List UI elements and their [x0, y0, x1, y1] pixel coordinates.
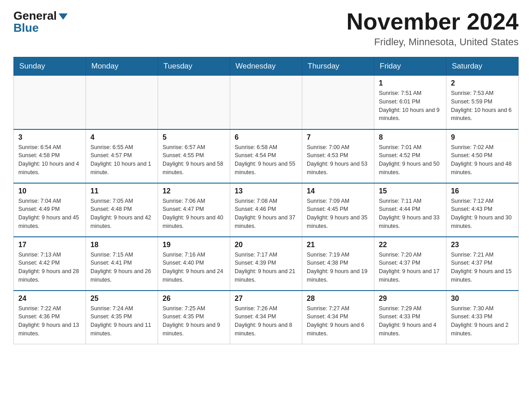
logo: General Blue: [13, 9, 68, 35]
calendar-week-row: 1Sunrise: 7:51 AM Sunset: 6:01 PM Daylig…: [14, 76, 519, 129]
calendar-week-row: 17Sunrise: 7:13 AM Sunset: 4:42 PM Dayli…: [14, 237, 519, 291]
day-number: 4: [90, 133, 153, 141]
calendar-day-cell: 18Sunrise: 7:15 AM Sunset: 4:41 PM Dayli…: [86, 237, 158, 291]
day-number: 15: [379, 187, 442, 195]
day-info: Sunrise: 7:27 AM Sunset: 4:34 PM Dayligh…: [307, 304, 369, 338]
day-of-week-header: Wednesday: [230, 57, 302, 76]
calendar-day-cell: 29Sunrise: 7:29 AM Sunset: 4:33 PM Dayli…: [374, 291, 446, 344]
day-number: 12: [163, 187, 225, 195]
day-number: 3: [18, 133, 81, 141]
calendar-day-cell: 1Sunrise: 7:51 AM Sunset: 6:01 PM Daylig…: [374, 76, 446, 129]
calendar-day-cell: [230, 76, 302, 129]
day-number: 26: [163, 295, 225, 303]
calendar-day-cell: 6Sunrise: 6:58 AM Sunset: 4:54 PM Daylig…: [230, 129, 302, 183]
calendar-day-cell: 10Sunrise: 7:04 AM Sunset: 4:49 PM Dayli…: [14, 183, 86, 237]
calendar-day-cell: 23Sunrise: 7:21 AM Sunset: 4:37 PM Dayli…: [446, 237, 519, 291]
day-number: 28: [307, 295, 369, 303]
calendar-day-cell: 11Sunrise: 7:05 AM Sunset: 4:48 PM Dayli…: [86, 183, 158, 237]
calendar-day-cell: [302, 76, 374, 129]
day-number: 23: [451, 241, 514, 249]
day-number: 30: [451, 295, 514, 303]
day-number: 18: [90, 241, 153, 249]
day-number: 27: [235, 295, 297, 303]
calendar-day-cell: 16Sunrise: 7:12 AM Sunset: 4:43 PM Dayli…: [446, 183, 519, 237]
calendar-day-cell: 5Sunrise: 6:57 AM Sunset: 4:55 PM Daylig…: [158, 129, 230, 183]
day-info: Sunrise: 7:08 AM Sunset: 4:46 PM Dayligh…: [235, 197, 297, 231]
calendar-day-cell: 19Sunrise: 7:16 AM Sunset: 4:40 PM Dayli…: [158, 237, 230, 291]
day-number: 29: [379, 295, 442, 303]
day-number: 6: [235, 133, 297, 141]
day-number: 17: [18, 241, 81, 249]
day-info: Sunrise: 7:51 AM Sunset: 6:01 PM Dayligh…: [379, 89, 442, 123]
calendar-day-cell: 13Sunrise: 7:08 AM Sunset: 4:46 PM Dayli…: [230, 183, 302, 237]
day-number: 13: [235, 187, 297, 195]
day-info: Sunrise: 7:11 AM Sunset: 4:44 PM Dayligh…: [379, 197, 442, 231]
month-title: November 2024: [347, 9, 519, 34]
day-number: 25: [90, 295, 153, 303]
calendar-day-cell: 20Sunrise: 7:17 AM Sunset: 4:39 PM Dayli…: [230, 237, 302, 291]
page-header: General Blue November 2024 Fridley, Minn…: [13, 9, 519, 48]
calendar-day-cell: 4Sunrise: 6:55 AM Sunset: 4:57 PM Daylig…: [86, 129, 158, 183]
day-info: Sunrise: 7:26 AM Sunset: 4:34 PM Dayligh…: [235, 304, 297, 338]
day-of-week-header: Tuesday: [158, 57, 230, 76]
calendar-day-cell: 9Sunrise: 7:02 AM Sunset: 4:50 PM Daylig…: [446, 129, 519, 183]
day-info: Sunrise: 7:00 AM Sunset: 4:53 PM Dayligh…: [307, 143, 369, 177]
calendar-day-cell: 24Sunrise: 7:22 AM Sunset: 4:36 PM Dayli…: [14, 291, 86, 344]
calendar-day-cell: 27Sunrise: 7:26 AM Sunset: 4:34 PM Dayli…: [230, 291, 302, 344]
day-info: Sunrise: 7:25 AM Sunset: 4:35 PM Dayligh…: [163, 304, 225, 338]
day-number: 5: [163, 133, 225, 141]
calendar-day-cell: 25Sunrise: 7:24 AM Sunset: 4:35 PM Dayli…: [86, 291, 158, 344]
day-number: 20: [235, 241, 297, 249]
day-info: Sunrise: 7:13 AM Sunset: 4:42 PM Dayligh…: [18, 251, 81, 284]
day-of-week-header: Friday: [374, 57, 446, 76]
calendar-week-row: 24Sunrise: 7:22 AM Sunset: 4:36 PM Dayli…: [14, 291, 519, 344]
day-number: 7: [307, 133, 369, 141]
day-info: Sunrise: 7:53 AM Sunset: 5:59 PM Dayligh…: [451, 89, 514, 123]
calendar-day-cell: 8Sunrise: 7:01 AM Sunset: 4:52 PM Daylig…: [374, 129, 446, 183]
day-number: 14: [307, 187, 369, 195]
day-info: Sunrise: 7:05 AM Sunset: 4:48 PM Dayligh…: [90, 197, 153, 231]
day-info: Sunrise: 6:57 AM Sunset: 4:55 PM Dayligh…: [163, 143, 225, 177]
day-info: Sunrise: 7:30 AM Sunset: 4:33 PM Dayligh…: [451, 304, 514, 338]
calendar-day-cell: 30Sunrise: 7:30 AM Sunset: 4:33 PM Dayli…: [446, 291, 519, 344]
calendar-week-row: 3Sunrise: 6:54 AM Sunset: 4:58 PM Daylig…: [14, 129, 519, 183]
calendar-day-cell: [86, 76, 158, 129]
day-number: 24: [18, 295, 81, 303]
day-of-week-header: Monday: [86, 57, 158, 76]
day-number: 2: [451, 79, 514, 87]
calendar-header-row: SundayMondayTuesdayWednesdayThursdayFrid…: [14, 57, 519, 76]
day-info: Sunrise: 7:20 AM Sunset: 4:37 PM Dayligh…: [379, 251, 442, 284]
day-info: Sunrise: 7:16 AM Sunset: 4:40 PM Dayligh…: [163, 251, 225, 284]
day-number: 19: [163, 241, 225, 249]
calendar-day-cell: 21Sunrise: 7:19 AM Sunset: 4:38 PM Dayli…: [302, 237, 374, 291]
day-info: Sunrise: 6:58 AM Sunset: 4:54 PM Dayligh…: [235, 143, 297, 177]
day-info: Sunrise: 7:01 AM Sunset: 4:52 PM Dayligh…: [379, 143, 442, 177]
day-info: Sunrise: 7:21 AM Sunset: 4:37 PM Dayligh…: [451, 251, 514, 284]
calendar-week-row: 10Sunrise: 7:04 AM Sunset: 4:49 PM Dayli…: [14, 183, 519, 237]
calendar-day-cell: 2Sunrise: 7:53 AM Sunset: 5:59 PM Daylig…: [446, 76, 519, 129]
day-number: 22: [379, 241, 442, 249]
day-number: 16: [451, 187, 514, 195]
day-of-week-header: Thursday: [302, 57, 374, 76]
day-info: Sunrise: 7:06 AM Sunset: 4:47 PM Dayligh…: [163, 197, 225, 231]
title-section: November 2024 Fridley, Minnesota, United…: [347, 9, 519, 48]
day-info: Sunrise: 7:22 AM Sunset: 4:36 PM Dayligh…: [18, 304, 81, 338]
day-number: 9: [451, 133, 514, 141]
day-number: 8: [379, 133, 442, 141]
day-info: Sunrise: 7:15 AM Sunset: 4:41 PM Dayligh…: [90, 251, 153, 284]
day-of-week-header: Sunday: [14, 57, 86, 76]
day-info: Sunrise: 6:55 AM Sunset: 4:57 PM Dayligh…: [90, 143, 153, 177]
calendar-day-cell: 3Sunrise: 6:54 AM Sunset: 4:58 PM Daylig…: [14, 129, 86, 183]
calendar-day-cell: 12Sunrise: 7:06 AM Sunset: 4:47 PM Dayli…: [158, 183, 230, 237]
day-info: Sunrise: 7:12 AM Sunset: 4:43 PM Dayligh…: [451, 197, 514, 231]
calendar-day-cell: 22Sunrise: 7:20 AM Sunset: 4:37 PM Dayli…: [374, 237, 446, 291]
calendar-day-cell: 7Sunrise: 7:00 AM Sunset: 4:53 PM Daylig…: [302, 129, 374, 183]
calendar-day-cell: 28Sunrise: 7:27 AM Sunset: 4:34 PM Dayli…: [302, 291, 374, 344]
day-info: Sunrise: 7:02 AM Sunset: 4:50 PM Dayligh…: [451, 143, 514, 177]
day-info: Sunrise: 7:24 AM Sunset: 4:35 PM Dayligh…: [90, 304, 153, 338]
calendar-table: SundayMondayTuesdayWednesdayThursdayFrid…: [13, 57, 519, 344]
calendar-day-cell: [158, 76, 230, 129]
day-number: 1: [379, 79, 442, 87]
calendar-day-cell: [14, 76, 86, 129]
day-info: Sunrise: 7:04 AM Sunset: 4:49 PM Dayligh…: [18, 197, 81, 231]
